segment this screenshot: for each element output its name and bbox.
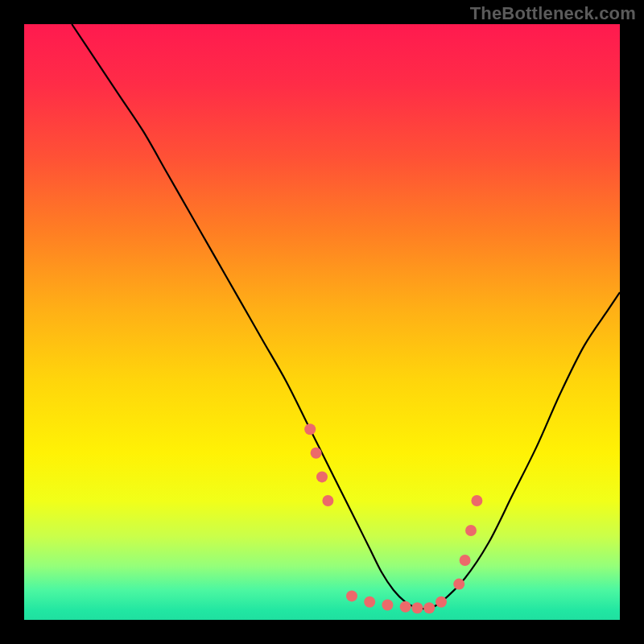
svg-rect-0 [24,24,620,620]
watermark-text: TheBottleneck.com [470,3,636,24]
plot-area [24,24,620,620]
chart-stage: TheBottleneck.com [0,0,644,644]
background-gradient [24,24,620,620]
